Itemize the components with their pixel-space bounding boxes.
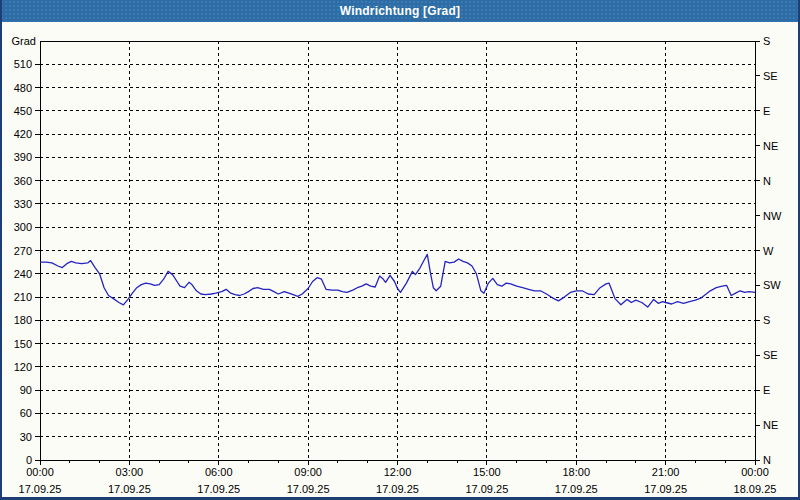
x-axis-date-label: 17.09.25 bbox=[555, 483, 598, 495]
x-axis-time-label: 15:00 bbox=[473, 466, 501, 478]
y-axis-tick-label: 480 bbox=[14, 82, 32, 94]
y-axis-tick-label: 270 bbox=[14, 245, 32, 257]
compass-tick-label: W bbox=[763, 245, 774, 257]
compass-tick-label: NE bbox=[763, 419, 778, 431]
x-axis-date-label: 17.09.25 bbox=[287, 483, 330, 495]
x-axis-date-label: 17.09.25 bbox=[465, 483, 508, 495]
compass-tick-label: SE bbox=[763, 70, 778, 82]
y-axis-tick-label: 390 bbox=[14, 151, 32, 163]
x-axis-time-label: 09:00 bbox=[294, 466, 322, 478]
y-axis-title: Grad bbox=[12, 35, 36, 47]
x-axis-date-label: 18.09.25 bbox=[734, 483, 777, 495]
y-axis-tick-label: 450 bbox=[14, 105, 32, 117]
y-axis-tick-label: 180 bbox=[14, 314, 32, 326]
y-axis-tick-label: 120 bbox=[14, 361, 32, 373]
x-axis-time-label: 06:00 bbox=[205, 466, 233, 478]
x-axis-date-label: 17.09.25 bbox=[644, 483, 687, 495]
chart-window: Windrichtung [Grad] 03060901201501802102… bbox=[0, 0, 800, 500]
y-axis-tick-label: 60 bbox=[20, 407, 32, 419]
compass-tick-label: E bbox=[763, 105, 770, 117]
y-axis-tick-label: 510 bbox=[14, 58, 32, 70]
x-axis-date-label: 17.09.25 bbox=[197, 483, 240, 495]
y-axis-tick-label: 90 bbox=[20, 384, 32, 396]
x-axis-time-label: 18:00 bbox=[562, 466, 590, 478]
x-axis-time-label: 03:00 bbox=[116, 466, 144, 478]
x-axis-date-label: 17.09.25 bbox=[376, 483, 419, 495]
y-axis-tick-label: 360 bbox=[14, 175, 32, 187]
compass-tick-label: N bbox=[763, 175, 771, 187]
compass-tick-label: N bbox=[763, 454, 771, 466]
y-axis-tick-label: 330 bbox=[14, 198, 32, 210]
y-axis-tick-label: 240 bbox=[14, 268, 32, 280]
y-axis-tick-label: 30 bbox=[20, 431, 32, 443]
x-axis-time-label: 00:00 bbox=[26, 466, 54, 478]
x-axis-time-label: 12:00 bbox=[384, 466, 412, 478]
compass-tick-label: NW bbox=[763, 210, 782, 222]
compass-tick-label: S bbox=[763, 314, 770, 326]
y-axis-tick-label: 300 bbox=[14, 221, 32, 233]
y-axis-tick-label: 420 bbox=[14, 128, 32, 140]
compass-tick-label: S bbox=[763, 35, 770, 47]
x-axis-date-label: 17.09.25 bbox=[108, 483, 151, 495]
window-titlebar: Windrichtung [Grad] bbox=[0, 0, 800, 22]
y-axis-tick-label: 150 bbox=[14, 338, 32, 350]
y-axis-tick-label: 0 bbox=[26, 454, 32, 466]
y-axis-tick-label: 210 bbox=[14, 291, 32, 303]
x-axis-time-label: 21:00 bbox=[652, 466, 680, 478]
compass-tick-label: SW bbox=[763, 279, 781, 291]
window-title: Windrichtung [Grad] bbox=[340, 4, 460, 18]
wind-direction-chart: 0306090120150180210240270300330360390420… bbox=[0, 22, 800, 497]
x-axis-time-label: 00:00 bbox=[741, 466, 769, 478]
x-axis-date-label: 17.09.25 bbox=[19, 483, 62, 495]
compass-tick-label: SE bbox=[763, 349, 778, 361]
compass-tick-label: NE bbox=[763, 140, 778, 152]
compass-tick-label: E bbox=[763, 384, 770, 396]
